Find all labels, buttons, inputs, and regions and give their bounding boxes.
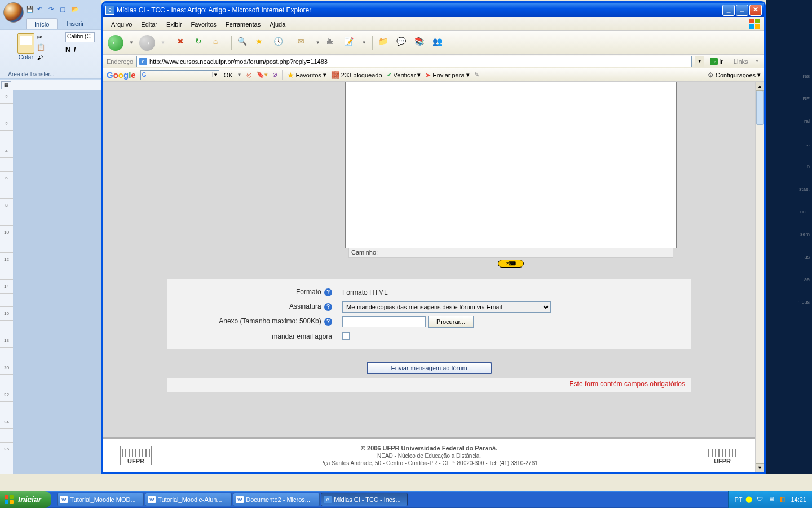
address-dropdown[interactable]: ▼ (695, 56, 704, 67)
word-ruler-vertical: 22 46 810 1214 1618 2022 2426 (0, 90, 14, 474)
word-doc-icon: W (148, 496, 156, 503)
refresh-button[interactable]: ↻ (195, 37, 208, 49)
help-icon[interactable]: ? (324, 303, 332, 311)
keyboard-badge-icon[interactable]: ?⌨ (498, 260, 524, 268)
google-verificar[interactable]: ✔Verificar▾ (387, 71, 421, 78)
paste-label: Colar (17, 54, 34, 60)
stop-button[interactable]: ✖ (177, 37, 189, 49)
discuss-icon[interactable]: 💬 (396, 37, 409, 49)
ie-scrollbar[interactable]: ▲ ▼ (755, 82, 764, 472)
ie-window: e Mídias CI - TCC - Ines: Artigo: Artigo… (102, 1, 766, 474)
clock[interactable]: 14:21 (791, 496, 806, 503)
tray-shield-icon[interactable]: ⬤ (745, 496, 753, 503)
ruler-toggle-icon[interactable]: ▦ (1, 81, 11, 89)
undo-icon[interactable]: ↶ (37, 6, 45, 14)
forward-button[interactable]: → (139, 35, 155, 51)
links-label[interactable]: Links (731, 58, 751, 65)
favorites-icon[interactable]: ★ (255, 37, 268, 49)
home-button[interactable]: ⌂ (213, 37, 226, 49)
minimize-button[interactable]: _ (722, 5, 735, 16)
new-icon[interactable]: ▢ (60, 6, 68, 14)
word-ribbon: Colar ✂ 📋 🖌 Área de Transfer... Calibri … (0, 29, 102, 79)
file-path-input[interactable] (342, 316, 426, 327)
messenger-icon[interactable]: 👥 (433, 37, 445, 49)
menu-exibir[interactable]: Exibir (162, 19, 187, 29)
tab-inicio[interactable]: Início (26, 18, 58, 30)
menu-ferramentas[interactable]: Ferramentas (221, 19, 265, 29)
copy-icon[interactable]: 📋 (37, 43, 45, 51)
format-painter-icon[interactable]: 🖌 (37, 54, 45, 62)
scroll-up-button[interactable]: ▲ (756, 82, 764, 91)
google-g-icon: G (141, 72, 150, 78)
google-target-icon[interactable]: ◎ (246, 71, 252, 78)
browse-button[interactable]: Procurar... (428, 316, 474, 328)
save-icon[interactable]: 💾 (26, 6, 34, 14)
message-editor[interactable] (345, 82, 677, 248)
back-button[interactable]: ← (108, 35, 123, 51)
font-family-input[interactable]: Calibri (C (65, 32, 95, 42)
background-obscured-panel: resREral..;ostas,uc...semasaanibus (766, 0, 812, 474)
close-button[interactable]: ✕ (749, 5, 762, 16)
word-doc-icon: W (60, 496, 68, 503)
help-icon[interactable]: ? (324, 288, 332, 296)
taskbar-item-1[interactable]: WTutorial_Moodle MOD... (57, 493, 144, 506)
maximize-button[interactable]: □ (736, 5, 748, 16)
scroll-down-button[interactable]: ▼ (756, 463, 764, 472)
print-icon[interactable]: 🖶 (326, 37, 338, 49)
research-icon[interactable]: 📚 (414, 37, 427, 49)
taskbar-item-3[interactable]: WDocumento2 - Micros... (233, 493, 320, 506)
open-icon[interactable]: 📂 (71, 6, 79, 14)
google-logo[interactable]: Google (107, 70, 136, 80)
submit-button[interactable]: Enviar mensagem ao fórum (367, 362, 492, 374)
links-chevron-icon[interactable]: » (754, 59, 761, 64)
edit-icon[interactable]: 📝 (344, 37, 356, 49)
menu-ajuda[interactable]: Ajuda (265, 19, 290, 29)
google-block-icon[interactable]: ⊘ (272, 71, 277, 78)
search-icon[interactable]: 🔍 (237, 37, 250, 49)
tab-inserir[interactable]: Inserir (59, 18, 92, 30)
redo-icon[interactable]: ↷ (48, 6, 56, 14)
ie-icon: e (324, 496, 332, 503)
address-input[interactable]: e http://www.cursos.nead.ufpr.br/mod/for… (136, 56, 692, 67)
formato-value: Formato HTML (337, 288, 388, 296)
language-indicator[interactable]: PT (734, 496, 742, 503)
google-ok-button[interactable]: OK (224, 72, 233, 78)
tray-volume-icon[interactable]: 🖥 (768, 496, 776, 503)
mail-icon[interactable]: ✉ (298, 37, 310, 49)
send-email-checkbox[interactable] (342, 332, 350, 340)
go-button[interactable]: → Ir (708, 56, 725, 67)
forward-dropdown[interactable]: ▼ (161, 40, 165, 45)
ie-menubar: Arquivo Editar Exibir Favoritos Ferramen… (103, 17, 764, 31)
scroll-thumb[interactable] (756, 91, 764, 125)
google-config[interactable]: ⚙Configurações▾ (708, 71, 761, 79)
google-favoritos[interactable]: ★Favoritos▾ (287, 71, 326, 80)
paste-icon[interactable] (17, 33, 34, 54)
tray-misc-icon[interactable]: ◧ (779, 496, 787, 503)
folder-icon[interactable]: 📁 (378, 37, 391, 49)
menu-favoritos[interactable]: Favoritos (187, 19, 221, 29)
google-bookmarks-icon[interactable]: 🔖▾ (257, 71, 268, 78)
submit-row: Enviar mensagem ao fórum (167, 349, 691, 378)
google-search-input[interactable]: G ▼ (140, 70, 219, 80)
form-options: Formato ? Formato HTML Assinatura ? Me m… (167, 279, 691, 349)
cut-icon[interactable]: ✂ (37, 33, 45, 41)
url-text: http://www.cursos.nead.ufpr.br/mod/forum… (149, 58, 328, 65)
taskbar-item-2[interactable]: WTutorial_Moodle-Alun... (145, 493, 232, 506)
start-button[interactable]: Iniciar (0, 491, 51, 508)
history-icon[interactable]: 🕔 (273, 37, 286, 49)
google-blocked[interactable]: 🧱233 bloqueado (331, 71, 382, 79)
google-enviar[interactable]: ➤Enviar para▾ (425, 71, 469, 79)
back-dropdown[interactable]: ▼ (129, 40, 134, 45)
search-dropdown-icon[interactable]: ▼ (212, 72, 219, 77)
tray-network-icon[interactable]: 🛡 (757, 496, 765, 503)
office-button[interactable] (3, 2, 24, 23)
italic-button[interactable]: I (74, 46, 76, 54)
google-highlight-icon[interactable]: ✎ (474, 71, 479, 78)
assinatura-select[interactable]: Me mande cópias das mensagens deste fóru… (342, 301, 551, 313)
menu-arquivo[interactable]: Arquivo (107, 19, 136, 29)
bold-button[interactable]: N (65, 46, 70, 54)
google-toolbar: Google G ▼ OK ▼ ◎ 🔖▾ ⊘ ★Favoritos▾ 🧱233 … (103, 68, 764, 82)
help-icon[interactable]: ? (324, 318, 332, 326)
taskbar-item-4[interactable]: eMídias CI - TCC - Ines... (321, 493, 408, 506)
menu-editar[interactable]: Editar (136, 19, 162, 29)
